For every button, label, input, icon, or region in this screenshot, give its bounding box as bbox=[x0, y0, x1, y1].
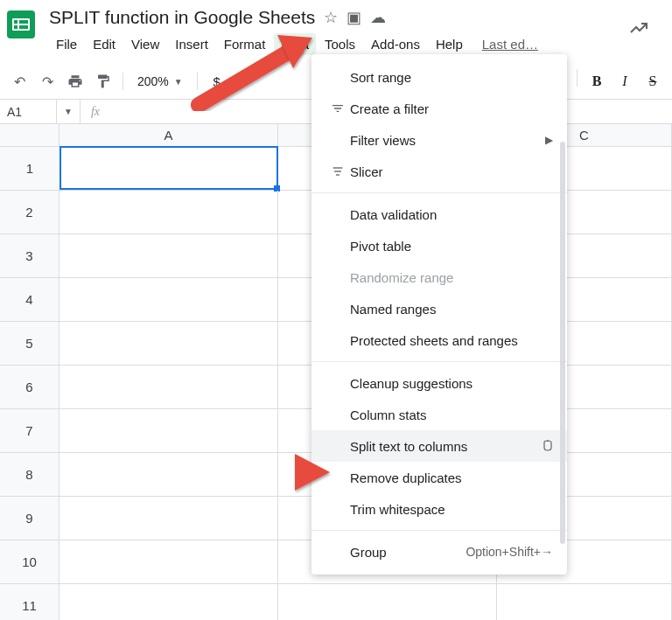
cell[interactable] bbox=[60, 540, 278, 583]
last-edit-link[interactable]: Last ed… bbox=[475, 33, 545, 55]
cloud-icon[interactable]: ☁ bbox=[370, 8, 386, 27]
currency-button[interactable]: $ bbox=[205, 69, 229, 94]
name-box[interactable]: A1 bbox=[0, 100, 57, 123]
menu-separator bbox=[312, 530, 567, 531]
redo-button[interactable]: ↷ bbox=[35, 69, 60, 94]
menu-addons[interactable]: Add-ons bbox=[364, 33, 427, 55]
menu-item-cleanup-suggestions[interactable]: Cleanup suggestions bbox=[312, 367, 567, 399]
menu-file[interactable]: File bbox=[49, 33, 84, 55]
column-header-a[interactable]: A bbox=[60, 124, 278, 146]
menu-item-label: Sort range bbox=[350, 70, 553, 85]
keyboard-shortcut: Option+Shift+→ bbox=[466, 545, 553, 559]
menu-item-split-text-to-columns[interactable]: Split text to columns bbox=[312, 430, 567, 462]
menu-format[interactable]: Format bbox=[217, 33, 273, 55]
dropdown-scrollbar[interactable] bbox=[560, 142, 565, 544]
cell[interactable] bbox=[60, 278, 278, 321]
menu-item-label: Slicer bbox=[350, 164, 553, 179]
row-header[interactable]: 6 bbox=[0, 366, 60, 408]
menu-item-label: Group bbox=[350, 545, 466, 560]
zoom-value: 200% bbox=[137, 74, 169, 88]
menu-item-create-a-filter[interactable]: Create a filter bbox=[312, 93, 567, 124]
undo-button[interactable]: ↶ bbox=[7, 69, 32, 94]
menu-separator bbox=[312, 361, 567, 362]
menu-item-slicer[interactable]: Slicer bbox=[312, 156, 567, 187]
cell[interactable] bbox=[60, 453, 278, 496]
menu-bar: File Edit View Insert Format Data Tools … bbox=[49, 31, 628, 55]
row-header[interactable]: 7 bbox=[0, 409, 60, 452]
cell[interactable] bbox=[60, 584, 278, 620]
menu-item-label: Randomize range bbox=[350, 270, 553, 285]
cell[interactable] bbox=[60, 409, 278, 452]
row-header[interactable]: 9 bbox=[0, 497, 60, 540]
cell-a1[interactable] bbox=[60, 146, 278, 190]
menu-item-group[interactable]: GroupOption+Shift+→ bbox=[312, 536, 567, 568]
activity-icon[interactable] bbox=[628, 17, 649, 44]
document-title[interactable]: SPLIT function in Google Sheets bbox=[49, 7, 315, 28]
menu-item-label: Filter views bbox=[350, 133, 545, 148]
toolbar-separator bbox=[577, 69, 578, 87]
menu-view[interactable]: View bbox=[124, 33, 166, 55]
zoom-selector[interactable]: 200% ▼ bbox=[130, 74, 190, 88]
cell[interactable] bbox=[60, 191, 278, 233]
row-header[interactable]: 8 bbox=[0, 453, 60, 496]
header: SPLIT function in Google Sheets ☆ ▣ ☁ Fi… bbox=[0, 0, 672, 55]
menu-item-label: Trim whitespace bbox=[350, 502, 553, 517]
row-header[interactable]: 4 bbox=[0, 278, 60, 321]
menu-item-randomize-range: Randomize range bbox=[312, 261, 567, 293]
row-header[interactable]: 5 bbox=[0, 322, 60, 365]
fx-label: fx bbox=[80, 105, 110, 119]
star-icon[interactable]: ☆ bbox=[324, 8, 338, 27]
row-header[interactable]: 3 bbox=[0, 234, 60, 277]
select-all-corner[interactable] bbox=[0, 124, 60, 146]
menu-item-label: Pivot table bbox=[350, 239, 553, 254]
paint-format-button[interactable] bbox=[91, 69, 116, 94]
cell[interactable] bbox=[60, 322, 278, 365]
move-icon[interactable]: ▣ bbox=[346, 8, 361, 27]
slicer-icon bbox=[326, 164, 350, 178]
menu-separator bbox=[312, 192, 567, 193]
italic-button[interactable]: I bbox=[612, 69, 637, 94]
menu-item-pivot-table[interactable]: Pivot table bbox=[312, 230, 567, 261]
menu-edit[interactable]: Edit bbox=[86, 33, 122, 55]
menu-data[interactable]: Data bbox=[274, 33, 316, 55]
row-header[interactable]: 1 bbox=[0, 147, 60, 190]
data-menu-dropdown: Sort rangeCreate a filterFilter views▶Sl… bbox=[312, 54, 567, 575]
cell[interactable] bbox=[497, 584, 672, 620]
menu-item-named-ranges[interactable]: Named ranges bbox=[312, 293, 567, 324]
cursor-icon bbox=[542, 439, 553, 453]
cell[interactable] bbox=[60, 234, 278, 277]
bold-button[interactable]: B bbox=[584, 69, 609, 94]
cell[interactable] bbox=[60, 497, 278, 540]
menu-item-protected-sheets-and-ranges[interactable]: Protected sheets and ranges bbox=[312, 324, 567, 356]
toolbar-separator bbox=[197, 73, 198, 90]
filter-icon bbox=[326, 101, 350, 115]
chevron-down-icon: ▼ bbox=[174, 77, 183, 87]
sheets-logo[interactable] bbox=[7, 10, 42, 45]
menu-item-label: Remove duplicates bbox=[350, 470, 553, 485]
menu-insert[interactable]: Insert bbox=[168, 33, 215, 55]
menu-item-label: Column stats bbox=[350, 408, 553, 422]
toolbar-separator bbox=[122, 73, 123, 90]
menu-item-data-validation[interactable]: Data validation bbox=[312, 199, 567, 230]
menu-item-trim-whitespace[interactable]: Trim whitespace bbox=[312, 493, 567, 525]
strike-button[interactable]: S bbox=[640, 69, 665, 94]
print-button[interactable] bbox=[63, 69, 88, 94]
menu-help[interactable]: Help bbox=[429, 33, 470, 55]
menu-item-label: Named ranges bbox=[350, 302, 553, 317]
menu-item-label: Split text to columns bbox=[350, 439, 528, 454]
menu-item-column-stats[interactable]: Column stats bbox=[312, 399, 567, 430]
row-header[interactable]: 10 bbox=[0, 540, 60, 583]
cell[interactable] bbox=[278, 584, 497, 620]
menu-item-remove-duplicates[interactable]: Remove duplicates bbox=[312, 462, 567, 493]
menu-item-label: Protected sheets and ranges bbox=[350, 333, 553, 348]
submenu-arrow-icon: ▶ bbox=[545, 134, 553, 146]
menu-item-label: Cleanup suggestions bbox=[350, 376, 553, 391]
row-header[interactable]: 11 bbox=[0, 584, 60, 620]
cell[interactable] bbox=[60, 366, 278, 408]
row-header[interactable]: 2 bbox=[0, 191, 60, 233]
menu-tools[interactable]: Tools bbox=[318, 33, 362, 55]
menu-item-filter-views[interactable]: Filter views▶ bbox=[312, 124, 567, 156]
name-box-dropdown[interactable]: ▼ bbox=[57, 100, 80, 123]
menu-item-sort-range[interactable]: Sort range bbox=[312, 61, 567, 93]
menu-item-label: Create a filter bbox=[350, 101, 553, 116]
